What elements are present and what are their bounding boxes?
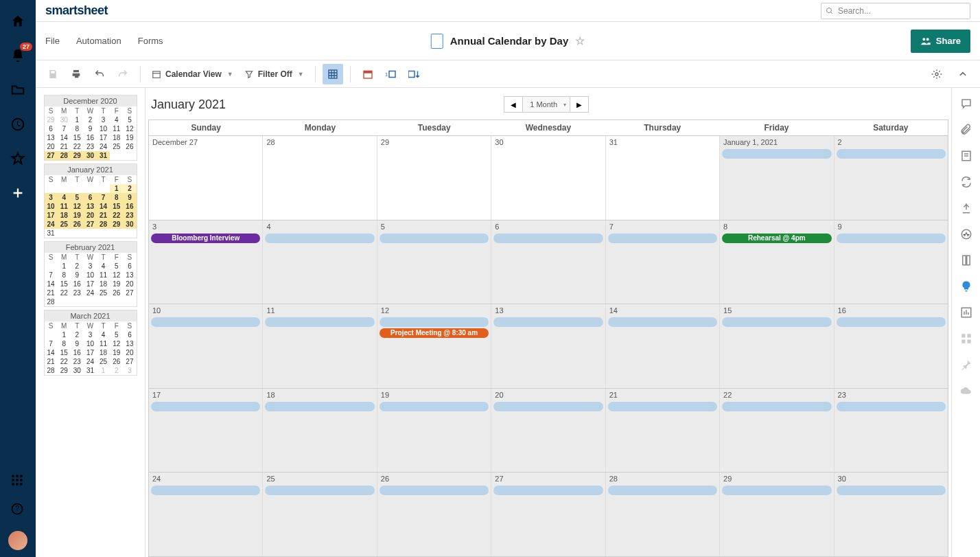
mini-cal-day[interactable]: 12 (71, 202, 84, 211)
comments-icon[interactable] (960, 98, 972, 110)
mini-cal-day[interactable]: 18 (110, 133, 123, 142)
mini-cal-day[interactable] (97, 184, 110, 193)
mini-cal-day[interactable]: 18 (97, 280, 110, 288)
mini-calendar[interactable]: March 2021SMTWTFS12345678910111213141516… (44, 310, 137, 376)
mini-cal-day[interactable]: 29 (110, 220, 123, 229)
cloud-icon[interactable] (960, 385, 972, 397)
calendar-day-cell[interactable]: 29 (377, 136, 491, 220)
empty-event-bar[interactable] (151, 317, 260, 327)
mini-cal-day[interactable]: 9 (71, 271, 84, 280)
mini-cal-day[interactable]: 5 (110, 262, 123, 271)
mini-cal-day[interactable] (58, 229, 71, 238)
mini-cal-day[interactable]: 23 (71, 288, 84, 297)
calendar-day-cell[interactable]: 5 (377, 220, 491, 304)
calendar-day-cell[interactable]: 30 (491, 136, 605, 220)
mini-cal-day[interactable]: 6 (45, 124, 58, 133)
empty-event-bar[interactable] (608, 402, 717, 411)
mini-cal-day[interactable]: 17 (84, 348, 97, 357)
mini-cal-day[interactable]: 6 (123, 330, 136, 339)
empty-event-bar[interactable] (151, 486, 260, 495)
mini-cal-day[interactable]: 23 (123, 211, 136, 220)
calendar-day-cell[interactable]: 28 (606, 473, 720, 556)
event-bar[interactable]: Rehearsal @ 4pm (722, 234, 831, 243)
mini-cal-day[interactable] (45, 262, 58, 271)
mini-cal-day[interactable]: 3 (97, 115, 110, 124)
mini-cal-day[interactable]: 15 (58, 348, 71, 357)
empty-event-bar[interactable] (265, 486, 374, 495)
mini-cal-day[interactable]: 19 (110, 348, 123, 357)
empty-event-bar[interactable] (493, 234, 603, 243)
calendar-day-cell[interactable]: 28 (263, 136, 377, 220)
filter-toggle[interactable]: Filter Off ▼ (240, 69, 308, 79)
calendar-day-cell[interactable]: 27 (491, 473, 605, 556)
mini-cal-day[interactable]: 7 (45, 339, 58, 348)
sort-dates-icon[interactable] (404, 64, 425, 84)
empty-event-bar[interactable] (837, 149, 946, 159)
empty-event-bar[interactable] (722, 149, 831, 159)
mini-cal-day[interactable]: 30 (123, 220, 136, 229)
empty-event-bar[interactable] (493, 317, 603, 327)
mini-cal-day[interactable] (110, 151, 123, 160)
calendar-day-cell[interactable]: 30 (835, 473, 948, 556)
calendar-day-cell[interactable]: 19 (377, 389, 491, 473)
print-icon[interactable] (66, 64, 86, 84)
mini-cal-day[interactable]: 6 (123, 262, 136, 271)
mini-cal-day[interactable]: 7 (97, 193, 110, 202)
mini-cal-day[interactable]: 17 (45, 211, 58, 220)
menu-forms[interactable]: Forms (138, 36, 163, 46)
mini-cal-day[interactable]: 3 (45, 193, 58, 202)
empty-event-bar[interactable] (837, 234, 946, 243)
empty-event-bar[interactable] (380, 486, 489, 495)
calendar-day-cell[interactable]: 7 (606, 220, 720, 304)
mini-cal-day[interactable]: 23 (84, 142, 97, 151)
empty-event-bar[interactable] (265, 234, 374, 243)
calendar-day-cell[interactable]: 4 (263, 220, 377, 304)
empty-event-bar[interactable] (722, 317, 831, 327)
insights-icon[interactable] (960, 280, 972, 293)
empty-event-bar[interactable] (265, 402, 374, 411)
mini-cal-day[interactable]: 16 (84, 133, 97, 142)
mini-cal-day[interactable]: 21 (45, 288, 58, 297)
event-bar[interactable]: Bloomberg Interview (151, 234, 260, 243)
calendar-day-cell[interactable]: 31 (606, 136, 720, 220)
calendar-day-cell[interactable]: 10 (149, 304, 263, 388)
favorites-icon[interactable] (10, 151, 25, 166)
calendar-day-cell[interactable]: 26 (377, 473, 491, 556)
calendar-day-cell[interactable]: 6 (491, 220, 605, 304)
mini-cal-day[interactable]: 4 (58, 193, 71, 202)
mini-cal-day[interactable]: 27 (123, 357, 136, 366)
notifications-icon[interactable]: 27 (10, 48, 25, 63)
mini-cal-day[interactable]: 10 (97, 124, 110, 133)
mini-cal-day[interactable]: 2 (71, 262, 84, 271)
calendar-day-cell[interactable]: 12Project Meeting @ 8:30 am (377, 304, 491, 388)
empty-event-bar[interactable] (493, 402, 603, 411)
event-bar[interactable]: Project Meeting @ 8:30 am (380, 328, 489, 338)
mini-cal-day[interactable]: 4 (97, 330, 110, 339)
mini-cal-day[interactable]: 30 (84, 151, 97, 160)
mini-cal-day[interactable]: 12 (110, 271, 123, 280)
mini-cal-day[interactable]: 20 (84, 211, 97, 220)
mini-cal-day[interactable]: 20 (123, 280, 136, 288)
mini-cal-day[interactable]: 24 (97, 142, 110, 151)
mini-cal-day[interactable]: 31 (97, 151, 110, 160)
mini-cal-day[interactable]: 19 (110, 280, 123, 288)
mini-cal-day[interactable]: 6 (84, 193, 97, 202)
mini-cal-day[interactable]: 19 (123, 133, 136, 142)
empty-event-bar[interactable] (722, 486, 831, 495)
calendar-day-cell[interactable]: 22 (720, 389, 834, 473)
calendar-day-cell[interactable]: 11 (263, 304, 377, 388)
calendar-day-cell[interactable]: 17 (149, 389, 263, 473)
mini-calendar[interactable]: December 2020SMTWTFS29301234567891011121… (44, 95, 137, 161)
help-icon[interactable]: ? (10, 502, 25, 517)
home-icon[interactable] (10, 14, 25, 29)
mini-cal-day[interactable]: 25 (97, 288, 110, 297)
mini-cal-day[interactable] (45, 184, 58, 193)
mini-cal-day[interactable]: 5 (71, 193, 84, 202)
mini-cal-day[interactable] (123, 151, 136, 160)
mini-cal-day[interactable]: 8 (110, 193, 123, 202)
mini-cal-day[interactable]: 14 (58, 133, 71, 142)
calendar-day-cell[interactable]: 16 (835, 304, 948, 388)
mini-cal-day[interactable]: 20 (45, 142, 58, 151)
mini-cal-day[interactable]: 8 (58, 339, 71, 348)
empty-event-bar[interactable] (151, 402, 260, 411)
